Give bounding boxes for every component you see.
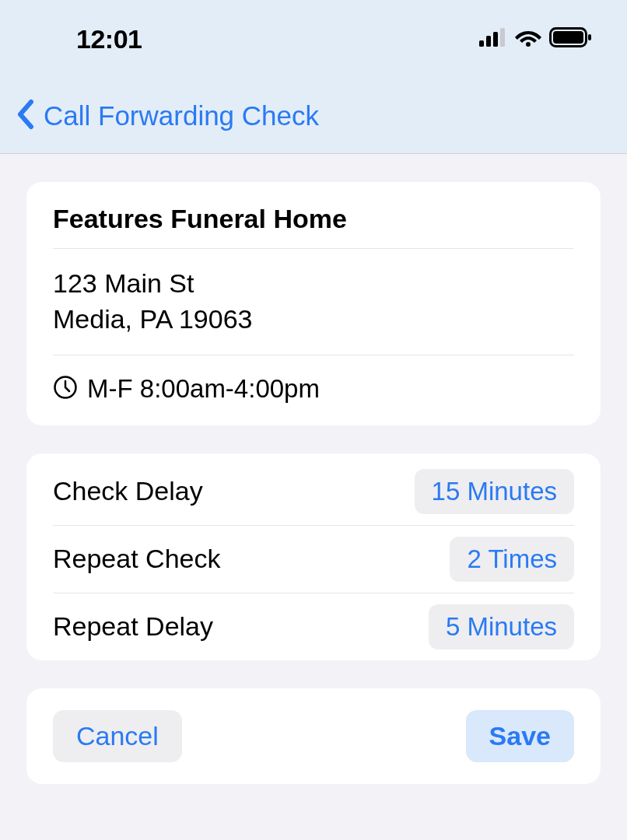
nav-title[interactable]: Call Forwarding Check <box>44 100 319 131</box>
back-button[interactable] <box>12 99 37 133</box>
check-delay-label: Check Delay <box>53 476 203 506</box>
settings-card: Check Delay 15 Minutes Repeat Check 2 Ti… <box>26 453 601 660</box>
chevron-left-icon <box>16 99 34 133</box>
navigation-bar: Call Forwarding Check <box>0 78 627 154</box>
business-name: Features Funeral Home <box>53 182 574 249</box>
address-line-2: Media, PA 19063 <box>53 302 574 338</box>
business-hours-text: M-F 8:00am-4:00pm <box>87 374 320 404</box>
repeat-check-label: Repeat Check <box>53 544 220 574</box>
cancel-button[interactable]: Cancel <box>53 710 182 762</box>
clock-icon <box>53 375 78 403</box>
status-time: 12:01 <box>76 24 142 54</box>
check-delay-value[interactable]: 15 Minutes <box>415 469 574 514</box>
repeat-delay-row: Repeat Delay 5 Minutes <box>53 593 574 660</box>
check-delay-row: Check Delay 15 Minutes <box>53 453 574 526</box>
svg-rect-7 <box>588 34 591 40</box>
repeat-delay-label: Repeat Delay <box>53 611 213 642</box>
business-info-card: Features Funeral Home 123 Main St Media,… <box>26 182 601 425</box>
business-hours-row: M-F 8:00am-4:00pm <box>53 355 574 425</box>
repeat-delay-value[interactable]: 5 Minutes <box>429 604 574 649</box>
svg-rect-1 <box>486 36 491 47</box>
wifi-icon <box>515 28 541 50</box>
actions-card: Cancel Save <box>26 688 601 784</box>
status-icons <box>479 27 593 51</box>
svg-rect-6 <box>553 31 583 44</box>
svg-rect-3 <box>500 28 505 47</box>
status-bar: 12:01 <box>0 0 627 78</box>
svg-rect-2 <box>493 32 498 47</box>
repeat-check-value[interactable]: 2 Times <box>450 537 574 582</box>
content-area: Features Funeral Home 123 Main St Media,… <box>0 154 627 784</box>
address-line-1: 123 Main St <box>53 266 574 302</box>
repeat-check-row: Repeat Check 2 Times <box>53 526 574 593</box>
svg-point-4 <box>526 42 531 47</box>
svg-rect-0 <box>479 40 484 47</box>
business-address: 123 Main St Media, PA 19063 <box>53 249 574 355</box>
cellular-icon <box>479 28 507 50</box>
save-button[interactable]: Save <box>466 710 574 762</box>
battery-icon <box>549 27 593 51</box>
